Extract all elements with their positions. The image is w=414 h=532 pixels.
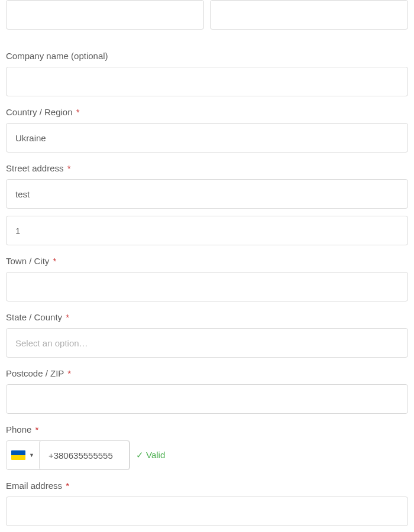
- postcode-required: *: [67, 368, 71, 378]
- city-label: Town / City *: [6, 256, 408, 266]
- phone-wrap: Phone * ▼ ✓Valid: [6, 424, 408, 470]
- city-required: *: [53, 256, 57, 266]
- phone-input[interactable]: [39, 440, 130, 470]
- country-value: Ukraine: [15, 133, 46, 143]
- country-label-text: Country / Region: [6, 107, 73, 117]
- state-placeholder: Select an option…: [15, 338, 88, 348]
- email-input[interactable]: [6, 497, 408, 526]
- postcode-wrap: Postcode / ZIP *: [6, 368, 408, 414]
- first-name-wrap: [6, 0, 204, 30]
- state-label-text: State / County: [6, 312, 62, 322]
- last-name-input[interactable]: [210, 0, 408, 30]
- street-line2-input[interactable]: [6, 216, 408, 245]
- company-wrap: Company name (optional): [6, 51, 408, 96]
- postcode-label: Postcode / ZIP *: [6, 368, 408, 378]
- chevron-down-icon: ▼: [29, 452, 34, 458]
- postcode-input[interactable]: [6, 384, 408, 414]
- phone-required: *: [35, 424, 39, 434]
- state-select[interactable]: Select an option…: [6, 328, 408, 358]
- city-label-text: Town / City: [6, 256, 49, 266]
- state-label: State / County *: [6, 312, 408, 322]
- country-required: *: [76, 107, 80, 117]
- check-icon: ✓: [136, 450, 144, 460]
- street-label-text: Street address: [6, 163, 64, 173]
- country-select[interactable]: Ukraine: [6, 123, 408, 153]
- phone-valid-text: Valid: [146, 450, 165, 460]
- email-label: Email address *: [6, 481, 408, 491]
- street-line1-input[interactable]: [6, 179, 408, 209]
- phone-label: Phone *: [6, 424, 408, 434]
- phone-row: ▼ ✓Valid: [6, 440, 408, 470]
- state-required: *: [66, 312, 69, 322]
- street-label: Street address *: [6, 163, 408, 173]
- street-required: *: [67, 163, 71, 173]
- company-label: Company name (optional): [6, 51, 408, 61]
- city-wrap: Town / City *: [6, 256, 408, 301]
- phone-label-text: Phone: [6, 424, 31, 434]
- street-wrap: Street address *: [6, 163, 408, 245]
- phone-valid-badge: ✓Valid: [136, 450, 165, 460]
- state-wrap: State / County * Select an option…: [6, 312, 408, 358]
- country-code-select[interactable]: ▼: [11, 450, 39, 460]
- city-input[interactable]: [6, 272, 408, 301]
- postcode-label-text: Postcode / ZIP: [6, 368, 64, 378]
- first-name-input[interactable]: [6, 0, 204, 30]
- phone-input-wrap: ▼: [6, 440, 130, 470]
- ukraine-flag-icon: [11, 450, 25, 460]
- company-input[interactable]: [6, 67, 408, 96]
- email-wrap: Email address *: [6, 481, 408, 526]
- country-wrap: Country / Region * Ukraine: [6, 107, 408, 153]
- email-required: *: [66, 481, 69, 491]
- email-label-text: Email address: [6, 481, 62, 491]
- last-name-wrap: [210, 0, 408, 30]
- country-label: Country / Region *: [6, 107, 408, 117]
